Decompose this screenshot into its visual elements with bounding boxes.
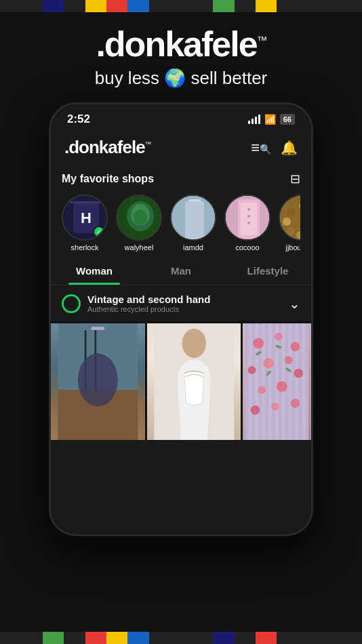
shop-item-sherlock[interactable]: H ✓sherlock [62,195,108,251]
menu-search-icon[interactable]: ≡🔍 [251,139,271,157]
logo-text: .donkafele [96,24,256,64]
svg-point-23 [287,227,295,235]
pixel-segment [106,632,127,644]
product-image-3 [243,323,311,440]
pixel-segment [106,0,127,12]
pixel-segment [127,632,148,644]
pixel-segment [0,632,43,644]
favorite-shops-section: My favorite shops ⊟ H ✓sherlock walyheel… [51,166,311,257]
tab-woman[interactable]: Woman [51,257,138,285]
shops-row: H ✓sherlock walyheel iamdd cocooo [62,195,300,251]
green-circle-icon [62,294,81,313]
svg-point-7 [134,209,147,226]
svg-rect-13 [241,203,257,235]
battery-badge: 66 [280,114,295,125]
svg-point-25 [287,208,295,216]
svg-rect-31 [91,327,104,330]
pixel-segment [43,0,64,12]
product-grid [51,321,311,440]
svg-rect-51 [245,323,308,440]
pixel-segment [149,0,213,12]
svg-rect-10 [185,201,204,239]
shop-item-walyheel[interactable]: walyheel [116,195,162,251]
pixel-segment [85,632,106,644]
category-section: Vintage and second hand Authentic recycl… [51,285,311,321]
pixel-segment [256,0,277,12]
pixel-segment [85,0,106,12]
pixel-segment [213,632,234,644]
shop-item-cocooo[interactable]: cocooo [224,195,270,251]
phone-navbar: .donkafele™ ≡🔍 🔔 [51,132,311,166]
svg-point-24 [283,218,291,226]
category-title: Vintage and second hand [87,294,210,305]
pixel-segment [277,632,362,644]
pixel-segment [0,0,43,12]
nav-icons: ≡🔍 🔔 [251,139,298,157]
shop-name: walyheel [125,243,154,251]
status-icons: 📶 66 [248,114,295,125]
pixel-border-top [0,0,362,12]
verified-badge: ✓ [93,226,105,238]
svg-point-15 [247,215,250,218]
svg-point-30 [78,353,118,407]
shop-item-jjboutique[interactable]: jjboutique [279,195,300,251]
product-image-2 [147,323,241,440]
app-header: .donkafele™ buy less 🌍 sell better [0,0,362,102]
category-subtitle: Authentic recycled products [87,305,210,313]
phone-mockup: 2:52 📶 66 .donkafele™ ≡🔍 🔔 My favorite s… [49,102,313,536]
phone-app-logo: .donkafele™ [64,137,151,158]
section-header: My favorite shops ⊟ [62,172,300,186]
trademark: ™ [257,35,266,46]
svg-point-14 [247,208,250,211]
shop-item-iamdd[interactable]: iamdd [170,195,216,251]
product-image-1 [51,323,145,440]
app-tagline: buy less 🌍 sell better [0,68,362,89]
pixel-segment [235,0,256,12]
product-card-2[interactable] [147,323,241,440]
category-left: Vintage and second hand Authentic recycl… [62,294,210,313]
pixel-border-bottom [0,632,362,644]
shop-name: iamdd [183,243,203,251]
shop-name: jjboutique [285,243,300,251]
svg-rect-3 [70,201,102,203]
category-tabs: WomanManLifestyle [51,257,311,285]
section-title: My favorite shops [62,173,154,185]
pixel-segment [43,632,64,644]
pixel-segment [127,0,148,12]
shop-name: cocooo [235,243,259,251]
svg-text:H: H [81,209,92,226]
app-logo: .donkafele™ [0,24,362,64]
status-time: 2:52 [67,113,90,126]
bell-icon[interactable]: 🔔 [281,140,298,156]
pixel-segment [64,632,85,644]
chevron-down-icon[interactable]: ⌄ [289,296,300,312]
pixel-segment [213,0,234,12]
wifi-icon: 📶 [264,114,276,125]
pixel-segment [64,0,85,12]
pixel-segment [277,0,362,12]
shop-name: sherlock [71,243,99,251]
tab-lifestyle[interactable]: Lifestyle [224,257,311,285]
pixel-segment [149,632,213,644]
product-card-3[interactable] [243,323,311,440]
filter-icon[interactable]: ⊟ [290,172,300,186]
svg-point-33 [182,329,205,358]
signal-bars-icon [248,115,260,124]
product-card-1[interactable] [51,323,145,440]
category-info: Vintage and second hand Authentic recycl… [87,294,210,313]
tab-man[interactable]: Man [138,257,224,285]
pixel-segment [256,632,277,644]
pixel-segment [235,632,256,644]
status-bar: 2:52 📶 66 [51,104,311,132]
svg-point-16 [247,222,250,224]
